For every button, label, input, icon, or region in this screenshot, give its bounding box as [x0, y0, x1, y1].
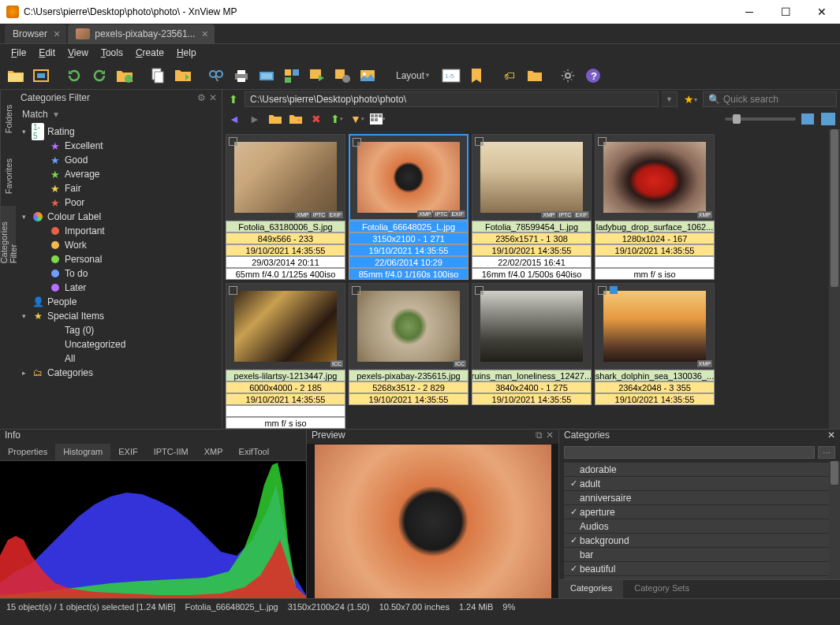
image-button[interactable] [357, 65, 379, 87]
layout-dropdown[interactable]: Layout ▼ [390, 65, 437, 87]
thumbnail-card[interactable]: ICCpexels-lilartsy-1213447.jpg6000x4000 … [226, 283, 345, 429]
category-item[interactable]: ✓beautiful [564, 562, 835, 575]
thumbnail-card[interactable]: ruins_man_loneliness_12427...3840x2400 -… [472, 283, 592, 429]
tree-item[interactable]: ▾1-5Rating [16, 125, 222, 139]
folder-refresh-button[interactable] [114, 65, 136, 87]
thumb-checkbox[interactable] [229, 137, 237, 146]
scanner-button[interactable] [256, 65, 278, 87]
path-dropdown[interactable]: ▼ [662, 91, 678, 107]
thumbnail-size-slider[interactable] [725, 117, 796, 121]
thumbnail-image[interactable]: XMPIPTCEXIF [472, 134, 592, 221]
thumbnails-button[interactable]: 1-5 [440, 65, 462, 87]
category-item[interactable]: ✓adult [564, 477, 835, 490]
category-item[interactable]: anniversaire [564, 491, 835, 504]
tree-item[interactable]: Important [16, 224, 222, 238]
category-item[interactable]: ✓aperture [564, 505, 835, 519]
tree-item[interactable]: To do [16, 266, 222, 281]
favorite-button[interactable]: ★▾ [681, 91, 700, 107]
thumbnail-image[interactable]: XMPIPTCEXIF [349, 134, 469, 221]
tree-item[interactable]: Tag (0) [16, 323, 222, 337]
category-search-more[interactable]: ⋯ [818, 446, 835, 459]
tag-button[interactable]: 🏷 [498, 65, 521, 87]
thumbnail-grid[interactable]: XMPIPTCEXIFFotolia_63180006_S.jpg849x566… [222, 129, 840, 429]
thumb-checkbox[interactable] [598, 286, 607, 295]
tree-item[interactable]: Work [16, 238, 222, 252]
info-tab[interactable]: Properties [0, 444, 55, 460]
scrollbar[interactable] [829, 129, 840, 429]
tab-browser[interactable]: Browser × [5, 24, 66, 43]
thumbnail-image[interactable]: XMP [595, 283, 715, 370]
settings-button[interactable] [557, 65, 579, 87]
thumb-checkbox[interactable] [475, 137, 483, 146]
filter-button[interactable]: ▼▾ [349, 110, 366, 128]
maximize-button[interactable]: ☐ [767, 0, 804, 24]
tree-item[interactable]: ★Excellent [16, 139, 222, 153]
category-item[interactable]: Audios [564, 519, 835, 533]
tree-item[interactable]: 👤People [16, 295, 222, 309]
tree-item[interactable]: ★Poor [16, 195, 222, 210]
menu-tools[interactable]: Tools [95, 46, 129, 60]
open-button[interactable] [5, 65, 27, 87]
thumbnail-card[interactable]: ICCpexels-pixabay-235615.jpg5268x3512 - … [349, 283, 469, 429]
menu-create[interactable]: Create [129, 46, 170, 60]
tab-close-icon[interactable]: × [202, 28, 208, 40]
tree-view[interactable]: ▾1-5Rating★Excellent★Good★Average★Fair★P… [16, 123, 222, 429]
back-button[interactable]: ◄ [226, 110, 243, 128]
paste-button[interactable] [172, 65, 194, 87]
print-button[interactable] [230, 65, 252, 87]
cattab-category-sets[interactable]: Category Sets [623, 580, 700, 598]
menu-view[interactable]: View [62, 46, 95, 60]
tree-item[interactable]: ▾★Special Items [16, 309, 222, 323]
fullscreen-button[interactable] [30, 65, 52, 87]
thumbnail-card[interactable]: XMPladybug_drop_surface_1062...1280x1024… [595, 134, 715, 280]
minimize-button[interactable]: ─ [731, 0, 767, 24]
thumbnail-image[interactable]: ICC [349, 283, 469, 370]
refresh-ccw-button[interactable] [63, 65, 85, 87]
forward-button[interactable]: ► [246, 110, 263, 128]
tree-item[interactable]: Later [16, 281, 222, 295]
thumbnail-card[interactable]: XMPIPTCEXIFFotolia_78599454_L.jpg2356x15… [472, 134, 592, 280]
panel-close-icon[interactable]: ✕ [827, 430, 835, 441]
zoom-in-button[interactable] [799, 110, 816, 128]
panel-gear-icon[interactable]: ⚙ [197, 92, 206, 103]
category-item[interactable]: ✓background [564, 534, 835, 547]
menu-help[interactable]: Help [170, 46, 203, 60]
batch-button[interactable] [331, 65, 353, 87]
view-mode-button[interactable]: ▾ [369, 110, 386, 128]
tab-image[interactable]: pexels-pixabay-23561... × [68, 24, 215, 43]
info-tab[interactable]: IPTC-IIM [146, 444, 196, 460]
export-button[interactable] [306, 65, 328, 87]
menu-file[interactable]: File [5, 46, 32, 60]
sort-button[interactable]: ⬆▾ [328, 110, 345, 128]
info-tab[interactable]: ExifTool [231, 444, 278, 460]
search-button[interactable] [205, 65, 227, 87]
zoom-in2-button[interactable] [819, 110, 837, 128]
thumbnail-image[interactable]: XMPIPTCEXIF [226, 134, 345, 221]
thumbnail-image[interactable]: XMP [595, 134, 715, 221]
tree-item[interactable]: All [16, 352, 222, 366]
category-item[interactable]: adorable [564, 463, 835, 476]
sidetab-folders[interactable]: Folders [0, 90, 16, 147]
cattab-categories[interactable]: Categories [559, 580, 623, 598]
open-folder-button[interactable] [267, 110, 284, 128]
thumb-checkbox[interactable] [353, 138, 361, 147]
scrollbar[interactable] [829, 461, 840, 579]
thumbnail-card[interactable]: XMPIPTCEXIFFotolia_66648025_L.jpg3150x21… [349, 134, 469, 280]
thumb-checkbox[interactable] [352, 286, 360, 295]
tree-item[interactable]: Uncategorized [16, 337, 222, 352]
info-tab[interactable]: XMP [196, 444, 231, 460]
delete-button[interactable]: ✖ [308, 110, 325, 128]
menu-edit[interactable]: Edit [32, 46, 62, 60]
tab-close-icon[interactable]: × [54, 28, 60, 40]
path-input[interactable]: C:\Users\pierre\Desktop\photo\photo\ [245, 91, 659, 107]
thumbnail-image[interactable]: ICC [226, 283, 345, 370]
compare-button[interactable] [281, 65, 303, 87]
preview-image[interactable] [307, 444, 558, 598]
close-button[interactable]: ✕ [804, 0, 840, 24]
thumbnail-card[interactable]: XMPshark_dolphin_sea_130036_...2364x2048… [595, 283, 715, 429]
up-button[interactable]: ⬆ [226, 91, 241, 107]
new-folder-button[interactable]: + [287, 110, 304, 128]
help-button[interactable]: ? [582, 65, 604, 87]
bookmark-button[interactable] [465, 65, 487, 87]
panel-close-icon[interactable]: ✕ [209, 92, 217, 103]
